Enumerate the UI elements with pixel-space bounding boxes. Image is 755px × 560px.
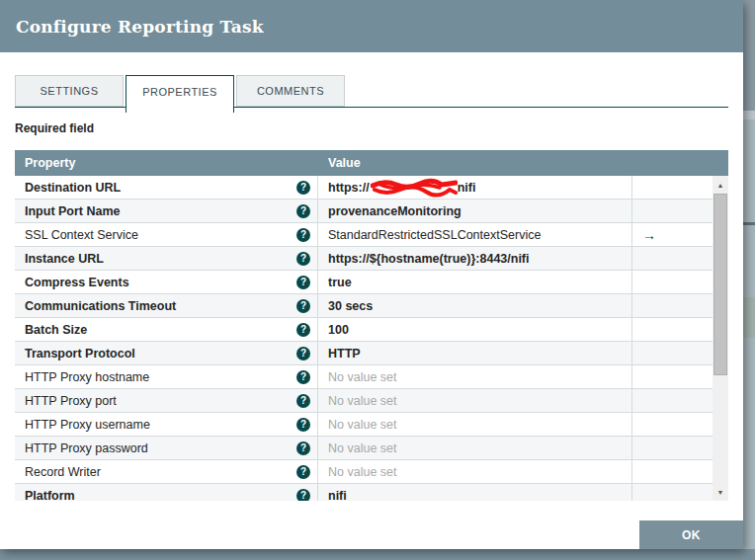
dialog-title: Configure Reporting Task [16, 17, 264, 37]
required-field-label: Required field [15, 121, 94, 135]
property-cell: Batch Size? [15, 318, 318, 341]
property-value[interactable]: 30 secs [318, 294, 632, 317]
help-icon[interactable]: ? [296, 181, 310, 195]
property-cell: Input Port Name? [15, 200, 318, 222]
property-cell: Communications Timeout? [15, 294, 318, 317]
value-text: No value set [328, 370, 396, 384]
value-text: provenanceMonitoring [328, 204, 461, 218]
column-header-property: Property [15, 156, 318, 170]
go-to-service-icon[interactable]: → [642, 228, 656, 242]
row-actions-cell [632, 389, 713, 412]
tab-underline [15, 107, 728, 108]
dialog-header: Configure Reporting Task [0, 0, 743, 52]
property-cell: Platform? [15, 484, 318, 501]
tab-properties[interactable]: PROPERTIES [126, 75, 234, 113]
table-row: Compress Events?true [15, 271, 713, 294]
properties-table-body: Destination URL?https://nifiInput Port N… [15, 176, 728, 501]
value-text: 100 [328, 323, 349, 337]
property-name: Communications Timeout [25, 299, 176, 313]
background-band [743, 338, 755, 549]
property-value[interactable]: HTTP [318, 342, 632, 364]
table-row: Instance URL?https://${hostname(true)}:8… [15, 247, 713, 271]
property-name: Record Writer [25, 465, 101, 479]
property-value[interactable]: No value set [318, 437, 632, 459]
value-text: https://${hostname(true)}:8443/nifi [328, 252, 530, 266]
property-value[interactable]: No value set [318, 460, 632, 483]
tab-bar: SETTINGS PROPERTIES COMMENTS [15, 75, 728, 115]
help-icon[interactable]: ? [296, 323, 310, 337]
row-actions-cell [632, 318, 713, 341]
help-icon[interactable]: ? [296, 370, 310, 384]
row-actions-cell [632, 342, 713, 364]
property-value[interactable]: 100 [318, 318, 632, 341]
table-row: Input Port Name?provenanceMonitoring [15, 200, 713, 223]
table-row: Batch Size?100 [15, 318, 713, 342]
row-actions-cell [632, 460, 713, 483]
help-icon[interactable]: ? [296, 299, 310, 313]
scrollbar-up-arrow-icon[interactable]: ▲ [713, 178, 728, 192]
tab-comments[interactable]: COMMENTS [236, 75, 345, 107]
row-actions-cell [632, 176, 713, 199]
row-actions-cell [632, 365, 713, 388]
property-cell: Record Writer? [15, 460, 318, 483]
column-header-value: Value [318, 156, 361, 170]
help-icon[interactable]: ? [296, 418, 310, 432]
row-actions-cell [632, 200, 713, 222]
property-name: SSL Context Service [25, 228, 138, 242]
vertical-scrollbar[interactable]: ▲ ▼ [713, 176, 728, 501]
row-actions-cell [632, 484, 713, 501]
property-name: Transport Protocol [25, 347, 135, 360]
help-icon[interactable]: ? [296, 276, 310, 289]
property-value[interactable]: true [318, 271, 632, 293]
table-row: Platform?nifi [15, 484, 713, 501]
ok-button[interactable]: OK [639, 520, 743, 549]
property-name: HTTP Proxy hostname [25, 370, 149, 384]
configure-reporting-task-dialog: Configure Reporting Task SETTINGS PROPER… [0, 0, 743, 549]
property-cell: HTTP Proxy password? [15, 437, 318, 459]
property-name: Batch Size [25, 323, 87, 337]
help-icon[interactable]: ? [296, 465, 310, 479]
background-bottom-strip [0, 549, 755, 560]
help-icon[interactable]: ? [296, 394, 310, 408]
property-value[interactable]: No value set [318, 413, 632, 436]
help-icon[interactable]: ? [296, 441, 310, 455]
value-text: 30 secs [328, 299, 373, 313]
scrollbar-down-arrow-icon[interactable]: ▼ [713, 485, 728, 499]
help-icon[interactable]: ? [296, 347, 310, 360]
property-name: HTTP Proxy password [25, 441, 148, 455]
property-value[interactable]: nifi [318, 484, 632, 501]
help-icon[interactable]: ? [296, 252, 310, 266]
value-text: No value set [328, 441, 396, 455]
property-name: Destination URL [25, 181, 121, 195]
property-cell: HTTP Proxy port? [15, 389, 318, 412]
property-name: HTTP Proxy username [25, 418, 150, 432]
table-header-row: Property Value [15, 150, 728, 176]
property-name: Platform [25, 489, 75, 502]
property-value[interactable]: No value set [318, 365, 632, 388]
property-name: Instance URL [25, 252, 104, 266]
property-value[interactable]: No value set [318, 389, 632, 412]
table-row: HTTP Proxy username?No value set [15, 413, 713, 437]
table-row: Transport Protocol?HTTP [15, 342, 713, 365]
row-actions-cell [632, 294, 713, 317]
property-cell: Transport Protocol? [15, 342, 318, 364]
property-cell: Compress Events? [15, 271, 318, 293]
property-value[interactable]: https://${hostname(true)}:8443/nifi [318, 247, 632, 270]
tab-settings[interactable]: SETTINGS [15, 75, 124, 107]
property-cell: SSL Context Service? [15, 223, 318, 246]
property-value[interactable]: https://nifi [318, 176, 632, 199]
scrollbar-thumb[interactable] [713, 194, 727, 375]
table-row: HTTP Proxy port?No value set [15, 389, 713, 413]
help-icon[interactable]: ? [296, 228, 310, 242]
background-band [743, 0, 755, 111]
property-cell: HTTP Proxy hostname? [15, 365, 318, 388]
property-value[interactable]: StandardRestrictedSSLContextService [318, 223, 632, 246]
help-icon[interactable]: ? [296, 489, 310, 502]
help-icon[interactable]: ? [296, 204, 310, 218]
table-row: HTTP Proxy hostname?No value set [15, 365, 713, 389]
table-row: Communications Timeout?30 secs [15, 294, 713, 318]
value-text: No value set [328, 394, 396, 408]
property-cell: Instance URL? [15, 247, 318, 270]
property-value[interactable]: provenanceMonitoring [318, 200, 632, 222]
value-text: true [328, 276, 352, 289]
